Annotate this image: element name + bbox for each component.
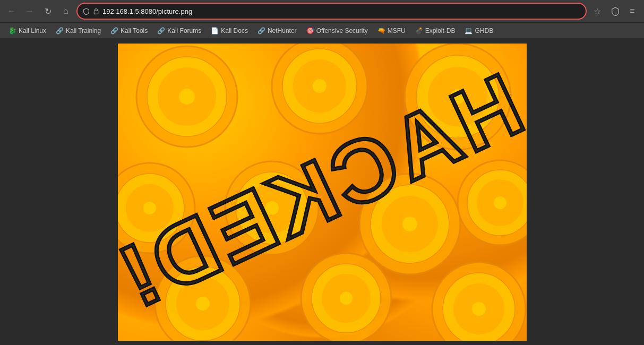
offensive-security-emoji: 🎯 [306,27,314,34]
kali-tools-emoji: 🔗 [110,27,118,34]
kali-docs-emoji: 📄 [211,27,219,34]
bookmark-kali-training-label: Kali Training [66,27,101,34]
bookmark-ghdb[interactable]: 💻 GHDB [460,25,497,36]
browser-window: ← → ↻ ⌂ 192.168.1.5:8080/picture.png ☆ [0,0,644,341]
svg-point-36 [340,292,353,305]
menu-button[interactable]: ≡ [625,4,640,19]
bookmark-kali-docs-label: Kali Docs [221,27,248,34]
bookmark-offensive-security-label: Offensive Security [316,27,368,34]
bookmark-kali-forums[interactable]: 🔗 Kali Forums [153,25,205,36]
bookmark-offensive-security[interactable]: 🎯 Offensive Security [302,25,372,36]
bookmark-star-button[interactable]: ☆ [590,4,605,19]
bookmark-kali-docs[interactable]: 📄 Kali Docs [207,25,252,36]
home-button[interactable]: ⌂ [58,4,73,19]
kali-forums-emoji: 🔗 [157,27,165,34]
bookmark-exploit-db-label: Exploit-DB [425,27,456,34]
bookmarks-bar: 🐉 Kali Linux 🔗 Kali Training 🔗 Kali Tool… [0,22,644,38]
navigation-bar: ← → ↻ ⌂ 192.168.1.5:8080/picture.png ☆ [0,0,644,22]
bookmark-ghdb-label: GHDB [475,27,493,34]
bookmark-kali-training[interactable]: 🔗 Kali Training [51,25,105,36]
svg-point-40 [472,302,486,316]
bookmark-kali-tools[interactable]: 🔗 Kali Tools [106,25,152,36]
bookmark-msfu[interactable]: 🔫 MSFU [373,25,410,36]
lock-icon [93,8,99,14]
bookmark-kali-linux[interactable]: 🐉 Kali Linux [4,25,50,36]
bookmark-kali-linux-label: Kali Linux [19,27,46,34]
toolbar-right: ≡ [608,4,640,19]
bookmark-kali-forums-label: Kali Forums [167,27,201,34]
svg-point-4 [179,89,195,105]
svg-point-24 [402,217,417,231]
shield-icon [83,8,90,15]
displayed-image: HACKED! HACKED! [118,44,527,341]
content-area: HACKED! HACKED! [0,38,644,341]
svg-point-8 [313,79,327,93]
forward-button[interactable]: → [22,4,37,19]
orange-slices-svg: HACKED! HACKED! [118,44,527,341]
bookmark-nethunter[interactable]: 🔗 NetHunter [253,25,301,36]
nethunter-emoji: 🔗 [257,27,265,34]
kali-shield-button[interactable] [608,4,623,19]
kali-linux-emoji: 🐉 [8,27,16,34]
bookmark-msfu-label: MSFU [388,27,406,34]
bookmark-exploit-db[interactable]: 💣 Exploit-DB [411,25,460,36]
bookmark-kali-tools-label: Kali Tools [121,27,148,34]
url-input[interactable]: 192.168.1.5:8080/picture.png [102,7,580,15]
kali-training-emoji: 🔗 [56,27,64,34]
svg-rect-0 [94,11,98,14]
back-button[interactable]: ← [4,4,19,19]
address-bar-container: 192.168.1.5:8080/picture.png [76,3,587,20]
svg-point-28 [494,196,506,209]
ghdb-emoji: 💻 [465,27,473,34]
bookmark-nethunter-label: NetHunter [268,27,297,34]
exploit-db-emoji: 💣 [415,27,423,34]
svg-point-16 [143,202,156,214]
msfu-emoji: 🔫 [377,27,385,34]
reload-button[interactable]: ↻ [40,4,55,19]
